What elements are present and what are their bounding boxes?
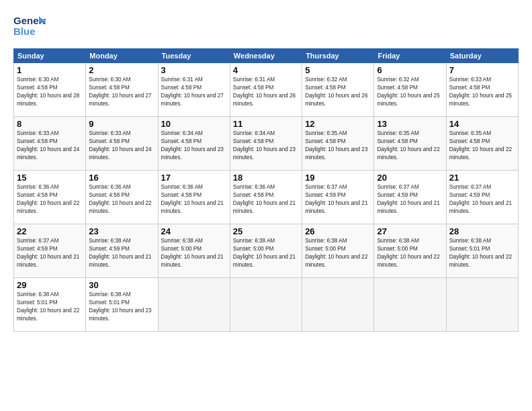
calendar-day-cell: 15 Sunrise: 6:36 AMSunset: 4:58 PMDaylig… — [14, 171, 86, 224]
calendar-day-cell: 3 Sunrise: 6:31 AMSunset: 4:58 PMDayligh… — [158, 63, 230, 117]
calendar-week-row: 8 Sunrise: 6:33 AMSunset: 4:58 PMDayligh… — [14, 117, 519, 171]
day-number: 17 — [161, 173, 227, 183]
day-info: Sunrise: 6:37 AMSunset: 4:59 PMDaylight:… — [377, 184, 439, 214]
calendar-day-cell: 13 Sunrise: 6:35 AMSunset: 4:58 PMDaylig… — [374, 117, 446, 171]
calendar-day-cell: 25 Sunrise: 6:38 AMSunset: 5:00 PMDaylig… — [230, 224, 302, 278]
day-info: Sunrise: 6:30 AMSunset: 4:58 PMDaylight:… — [17, 77, 79, 107]
day-number: 19 — [305, 173, 371, 183]
day-info: Sunrise: 6:36 AMSunset: 4:58 PMDaylight:… — [233, 184, 296, 214]
header: General Blue — [13, 12, 519, 43]
calendar-day-cell: 19 Sunrise: 6:37 AMSunset: 4:59 PMDaylig… — [302, 171, 374, 224]
calendar-day-cell: 9 Sunrise: 6:33 AMSunset: 4:58 PMDayligh… — [86, 117, 158, 171]
day-info: Sunrise: 6:33 AMSunset: 4:58 PMDaylight:… — [89, 130, 151, 161]
day-info: Sunrise: 6:36 AMSunset: 4:58 PMDaylight:… — [161, 184, 224, 214]
calendar-day-cell: 5 Sunrise: 6:32 AMSunset: 4:58 PMDayligh… — [302, 63, 374, 117]
day-info: Sunrise: 6:32 AMSunset: 4:58 PMDaylight:… — [377, 77, 439, 107]
day-number: 21 — [449, 173, 515, 183]
calendar-day-cell: 10 Sunrise: 6:34 AMSunset: 4:58 PMDaylig… — [158, 117, 230, 171]
day-number: 4 — [233, 65, 299, 75]
calendar-header-cell: Tuesday — [158, 49, 230, 63]
calendar-day-cell: 8 Sunrise: 6:33 AMSunset: 4:58 PMDayligh… — [14, 117, 86, 171]
calendar-week-row: 22 Sunrise: 6:37 AMSunset: 4:59 PMDaylig… — [14, 224, 519, 278]
day-number: 25 — [233, 226, 299, 236]
calendar-day-cell: 7 Sunrise: 6:33 AMSunset: 4:58 PMDayligh… — [446, 63, 518, 117]
calendar-header-row: SundayMondayTuesdayWednesdayThursdayFrid… — [14, 49, 519, 63]
day-info: Sunrise: 6:38 AMSunset: 5:01 PMDaylight:… — [17, 291, 79, 322]
day-info: Sunrise: 6:37 AMSunset: 4:59 PMDaylight:… — [17, 238, 79, 268]
calendar-header-cell: Monday — [86, 49, 158, 63]
day-info: Sunrise: 6:31 AMSunset: 4:58 PMDaylight:… — [161, 77, 224, 107]
calendar-day-cell — [230, 278, 302, 332]
day-number: 14 — [449, 119, 515, 129]
day-number: 11 — [233, 119, 299, 129]
day-number: 7 — [449, 65, 515, 75]
day-number: 10 — [161, 119, 227, 129]
day-info: Sunrise: 6:38 AMSunset: 4:59 PMDaylight:… — [89, 238, 151, 268]
calendar-day-cell: 28 Sunrise: 6:38 AMSunset: 5:01 PMDaylig… — [446, 224, 518, 278]
svg-text:Blue: Blue — [13, 26, 36, 37]
calendar-week-row: 29 Sunrise: 6:38 AMSunset: 5:01 PMDaylig… — [14, 278, 519, 332]
day-info: Sunrise: 6:36 AMSunset: 4:58 PMDaylight:… — [89, 184, 151, 214]
calendar-day-cell: 12 Sunrise: 6:35 AMSunset: 4:58 PMDaylig… — [302, 117, 374, 171]
calendar-day-cell: 29 Sunrise: 6:38 AMSunset: 5:01 PMDaylig… — [14, 278, 86, 332]
calendar-week-row: 1 Sunrise: 6:30 AMSunset: 4:58 PMDayligh… — [14, 63, 519, 117]
day-info: Sunrise: 6:35 AMSunset: 4:58 PMDaylight:… — [449, 130, 512, 161]
calendar-day-cell: 17 Sunrise: 6:36 AMSunset: 4:58 PMDaylig… — [158, 171, 230, 224]
calendar-day-cell: 21 Sunrise: 6:37 AMSunset: 4:59 PMDaylig… — [446, 171, 518, 224]
day-number: 30 — [89, 280, 154, 290]
day-info: Sunrise: 6:35 AMSunset: 4:58 PMDaylight:… — [377, 130, 439, 161]
day-number: 3 — [161, 65, 227, 75]
logo: General Blue — [13, 12, 46, 43]
logo-icon: General Blue — [13, 12, 46, 40]
day-info: Sunrise: 6:38 AMSunset: 5:00 PMDaylight:… — [161, 238, 224, 268]
calendar-body: 1 Sunrise: 6:30 AMSunset: 4:58 PMDayligh… — [14, 63, 519, 332]
day-number: 15 — [17, 173, 83, 183]
day-info: Sunrise: 6:34 AMSunset: 4:58 PMDaylight:… — [161, 130, 224, 161]
day-number: 24 — [161, 226, 227, 236]
day-info: Sunrise: 6:38 AMSunset: 5:00 PMDaylight:… — [233, 238, 296, 268]
day-info: Sunrise: 6:36 AMSunset: 4:58 PMDaylight:… — [17, 184, 79, 214]
day-number: 28 — [449, 226, 515, 236]
day-number: 13 — [377, 119, 443, 129]
day-number: 23 — [89, 226, 154, 236]
calendar-day-cell: 4 Sunrise: 6:31 AMSunset: 4:58 PMDayligh… — [230, 63, 302, 117]
calendar-day-cell — [158, 278, 230, 332]
day-info: Sunrise: 6:35 AMSunset: 4:58 PMDaylight:… — [305, 130, 367, 161]
calendar-header-cell: Saturday — [446, 49, 518, 63]
calendar-day-cell — [374, 278, 446, 332]
calendar-day-cell — [446, 278, 518, 332]
day-number: 6 — [377, 65, 443, 75]
calendar-day-cell: 26 Sunrise: 6:38 AMSunset: 5:00 PMDaylig… — [302, 224, 374, 278]
calendar-header-cell: Friday — [374, 49, 446, 63]
calendar-day-cell: 27 Sunrise: 6:38 AMSunset: 5:00 PMDaylig… — [374, 224, 446, 278]
day-number: 29 — [17, 280, 83, 290]
calendar-day-cell: 11 Sunrise: 6:34 AMSunset: 4:58 PMDaylig… — [230, 117, 302, 171]
day-number: 9 — [89, 119, 154, 129]
day-info: Sunrise: 6:37 AMSunset: 4:59 PMDaylight:… — [449, 184, 512, 214]
calendar-day-cell: 16 Sunrise: 6:36 AMSunset: 4:58 PMDaylig… — [86, 171, 158, 224]
calendar-day-cell: 20 Sunrise: 6:37 AMSunset: 4:59 PMDaylig… — [374, 171, 446, 224]
calendar-week-row: 15 Sunrise: 6:36 AMSunset: 4:58 PMDaylig… — [14, 171, 519, 224]
calendar-day-cell: 14 Sunrise: 6:35 AMSunset: 4:58 PMDaylig… — [446, 117, 518, 171]
day-number: 12 — [305, 119, 371, 129]
day-info: Sunrise: 6:30 AMSunset: 4:58 PMDaylight:… — [89, 77, 151, 107]
day-info: Sunrise: 6:33 AMSunset: 4:58 PMDaylight:… — [449, 77, 512, 107]
day-number: 1 — [17, 65, 83, 75]
day-number: 16 — [89, 173, 154, 183]
day-info: Sunrise: 6:38 AMSunset: 5:01 PMDaylight:… — [89, 291, 151, 322]
day-info: Sunrise: 6:34 AMSunset: 4:58 PMDaylight:… — [233, 130, 296, 161]
page: General Blue SundayMondayTuesdayWednesda… — [0, 0, 532, 411]
day-info: Sunrise: 6:32 AMSunset: 4:58 PMDaylight:… — [305, 77, 367, 107]
calendar-day-cell: 6 Sunrise: 6:32 AMSunset: 4:58 PMDayligh… — [374, 63, 446, 117]
day-number: 26 — [305, 226, 371, 236]
calendar-day-cell — [302, 278, 374, 332]
day-info: Sunrise: 6:38 AMSunset: 5:00 PMDaylight:… — [305, 238, 367, 268]
day-info: Sunrise: 6:33 AMSunset: 4:58 PMDaylight:… — [17, 130, 79, 161]
calendar-table: SundayMondayTuesdayWednesdayThursdayFrid… — [13, 48, 519, 332]
day-info: Sunrise: 6:38 AMSunset: 5:01 PMDaylight:… — [449, 238, 512, 268]
calendar-day-cell: 23 Sunrise: 6:38 AMSunset: 4:59 PMDaylig… — [86, 224, 158, 278]
calendar-day-cell: 18 Sunrise: 6:36 AMSunset: 4:58 PMDaylig… — [230, 171, 302, 224]
day-number: 20 — [377, 173, 443, 183]
day-number: 18 — [233, 173, 299, 183]
day-number: 22 — [17, 226, 83, 236]
